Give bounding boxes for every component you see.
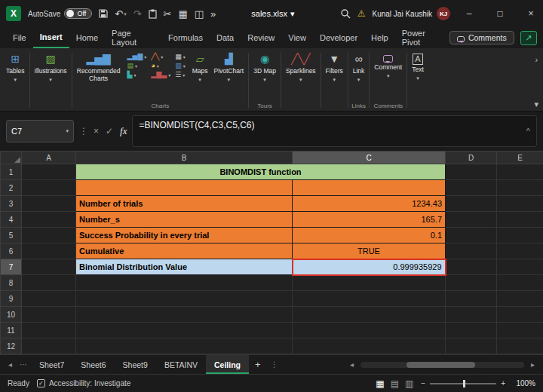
cell-e12[interactable] bbox=[497, 338, 543, 354]
cell-d10[interactable] bbox=[446, 307, 497, 323]
sheet-nav-left-icon[interactable]: ◂ bbox=[5, 355, 16, 374]
name-box[interactable]: C7 ▾ bbox=[6, 120, 74, 142]
cell-d4[interactable] bbox=[446, 212, 497, 228]
cell-c10[interactable] bbox=[293, 307, 446, 323]
cell-c9[interactable] bbox=[293, 291, 446, 307]
formula-bar-collapse-icon[interactable]: ^ bbox=[526, 127, 530, 136]
zoom-out-button[interactable]: − bbox=[421, 379, 425, 387]
cell-c3[interactable]: 1234.43 bbox=[293, 196, 446, 212]
column-header-d[interactable]: D bbox=[446, 152, 497, 164]
cell-e2[interactable] bbox=[497, 180, 543, 196]
minimize-button[interactable]: – bbox=[457, 0, 481, 27]
cell-e5[interactable] bbox=[497, 228, 543, 243]
cell-a4[interactable] bbox=[22, 212, 76, 228]
zoom-in-button[interactable]: + bbox=[501, 379, 505, 387]
tab-review[interactable]: Review bbox=[241, 27, 281, 48]
sheet-tab-sheet7[interactable]: Sheet7 bbox=[31, 355, 72, 374]
clipboard-button[interactable] bbox=[149, 9, 157, 19]
cell-a7[interactable] bbox=[22, 259, 76, 275]
tab-view[interactable]: View bbox=[281, 27, 313, 48]
cell-b8[interactable] bbox=[76, 275, 293, 291]
cell-a9[interactable] bbox=[22, 291, 76, 307]
cell-a11[interactable] bbox=[22, 323, 76, 338]
maximize-button[interactable]: □ bbox=[488, 0, 512, 27]
horizontal-scrollbar[interactable]: ◂ ▸ bbox=[346, 355, 538, 374]
cell-a8[interactable] bbox=[22, 275, 76, 291]
cell-c8[interactable] bbox=[293, 275, 446, 291]
cell-d3[interactable] bbox=[446, 196, 497, 212]
cell-b9[interactable] bbox=[76, 291, 293, 307]
row-header-2[interactable]: 2 bbox=[1, 180, 22, 196]
cell-b2[interactable] bbox=[76, 180, 293, 196]
column-header-e[interactable]: E bbox=[497, 152, 543, 164]
cell-d9[interactable] bbox=[446, 291, 497, 307]
cell-b10[interactable] bbox=[76, 307, 293, 323]
cell-c6[interactable]: TRUE bbox=[293, 243, 446, 259]
document-title[interactable]: sales.xlsx ▾ bbox=[251, 9, 294, 19]
row-header-9[interactable]: 9 bbox=[1, 291, 22, 307]
hierarchy-chart-button[interactable]: ▤▾ bbox=[127, 63, 147, 69]
tab-insert[interactable]: Insert bbox=[33, 27, 69, 48]
notification-icon[interactable]: ⚠ bbox=[357, 8, 366, 19]
statistic-chart-button[interactable]: ▙▾ bbox=[127, 72, 147, 78]
cell-e9[interactable] bbox=[497, 291, 543, 307]
close-button[interactable]: × bbox=[519, 0, 543, 27]
scatter-chart-button[interactable]: ▥▾ bbox=[175, 63, 186, 69]
bar-chart-button[interactable]: ☰▾ bbox=[175, 72, 186, 78]
zoom-slider[interactable] bbox=[430, 383, 496, 384]
cell-d7[interactable] bbox=[446, 259, 497, 275]
undo-button[interactable]: ↶▾ bbox=[115, 9, 126, 19]
pivot-quick-button[interactable]: ◫ bbox=[195, 9, 204, 19]
cell-e1[interactable] bbox=[497, 164, 543, 180]
insert-function-icon[interactable]: fx bbox=[120, 125, 127, 137]
cell-d6[interactable] bbox=[446, 243, 497, 259]
cell-d11[interactable] bbox=[446, 323, 497, 338]
cell-a2[interactable] bbox=[22, 180, 76, 196]
cell-b7[interactable]: Binomial Distribution Value bbox=[76, 259, 293, 275]
row-header-7[interactable]: 7 bbox=[1, 259, 22, 275]
text-button[interactable]: A Text ▾ bbox=[409, 51, 427, 83]
cell-b6[interactable]: Cumulative bbox=[76, 243, 293, 259]
tab-help[interactable]: Help bbox=[364, 27, 395, 48]
row-header-5[interactable]: 5 bbox=[1, 228, 22, 243]
cell-c11[interactable] bbox=[293, 323, 446, 338]
scrollbar-thumb[interactable] bbox=[406, 362, 475, 368]
cell-a1[interactable] bbox=[22, 164, 76, 180]
scrollbar-track[interactable] bbox=[360, 362, 524, 368]
cell-b5[interactable]: Success Probability in every trial bbox=[76, 228, 293, 243]
line-chart-button[interactable]: ╱╲▾ bbox=[151, 54, 170, 60]
normal-view-button[interactable]: ▦ bbox=[376, 378, 384, 389]
3d-map-button[interactable]: ◉ 3D Map ▾ bbox=[250, 51, 279, 84]
comment-button[interactable]: Comment ▾ bbox=[371, 51, 405, 81]
cell-b11[interactable] bbox=[76, 323, 293, 338]
tab-developer[interactable]: Developer bbox=[313, 27, 364, 48]
filters-button[interactable]: ▼ Filters ▾ bbox=[323, 51, 346, 84]
formula-bar-handle[interactable]: ⋮ bbox=[79, 126, 88, 136]
tab-home[interactable]: Home bbox=[69, 27, 105, 48]
cell-e8[interactable] bbox=[497, 275, 543, 291]
autosave-control[interactable]: AutoSave Off bbox=[28, 8, 92, 19]
sheet-tab-sheet6[interactable]: Sheet6 bbox=[72, 355, 114, 374]
row-header-10[interactable]: 10 bbox=[1, 307, 22, 323]
cell-c2[interactable] bbox=[293, 180, 446, 196]
cell-a6[interactable] bbox=[22, 243, 76, 259]
cell-d1[interactable] bbox=[446, 164, 497, 180]
recommended-charts-button[interactable]: ▂▅▇ Recommended Charts bbox=[74, 51, 124, 84]
column-chart-button[interactable]: ▂▅▇▾ bbox=[127, 54, 147, 60]
share-button[interactable]: ↗ bbox=[520, 31, 537, 45]
tab-formulas[interactable]: Formulas bbox=[161, 27, 210, 48]
row-header-6[interactable]: 6 bbox=[1, 243, 22, 259]
new-sheet-button[interactable]: + bbox=[249, 355, 267, 374]
cell-e11[interactable] bbox=[497, 323, 543, 338]
column-header-b[interactable]: B bbox=[76, 152, 293, 164]
row-header-8[interactable]: 8 bbox=[1, 275, 22, 291]
cell-a3[interactable] bbox=[22, 196, 76, 212]
cancel-icon[interactable]: × bbox=[94, 126, 99, 136]
cell-d2[interactable] bbox=[446, 180, 497, 196]
waterfall-chart-button[interactable]: ▦▾ bbox=[175, 54, 186, 60]
accessibility-checker-button[interactable]: ✓ Accessibility: Investigate bbox=[37, 379, 130, 387]
autosave-toggle[interactable]: Off bbox=[64, 8, 92, 19]
row-header-12[interactable]: 12 bbox=[1, 338, 22, 354]
cell-e7[interactable] bbox=[497, 259, 543, 275]
tab-data[interactable]: Data bbox=[210, 27, 241, 48]
